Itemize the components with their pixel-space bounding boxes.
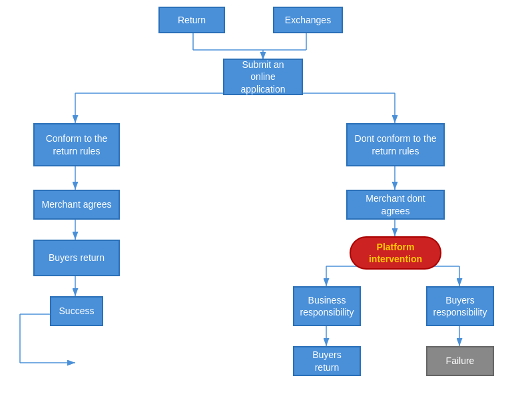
platform-box: Platform intervention xyxy=(350,236,441,270)
return-box: Return xyxy=(158,7,225,33)
submit-box: Submit an online application xyxy=(223,59,303,95)
buyers-return-right-box: Buyers return xyxy=(293,346,361,376)
business-resp-box: Business responsibility xyxy=(293,286,361,326)
merchant-dont-box: Merchant dont agrees xyxy=(346,190,445,220)
buyers-resp-box: Buyers responsibility xyxy=(426,286,494,326)
failure-box: Failure xyxy=(426,346,494,376)
flowchart: Return Exchanges Submit an online applic… xyxy=(0,0,526,420)
success-box: Success xyxy=(50,296,103,326)
buyers-return-left-box: Buyers return xyxy=(33,240,120,276)
exchanges-box: Exchanges xyxy=(273,7,343,33)
dont-conform-box: Dont conform to the return rules xyxy=(346,123,445,166)
conform-box: Conform to the return rules xyxy=(33,123,120,166)
merchant-agrees-box: Merchant agrees xyxy=(33,190,120,220)
